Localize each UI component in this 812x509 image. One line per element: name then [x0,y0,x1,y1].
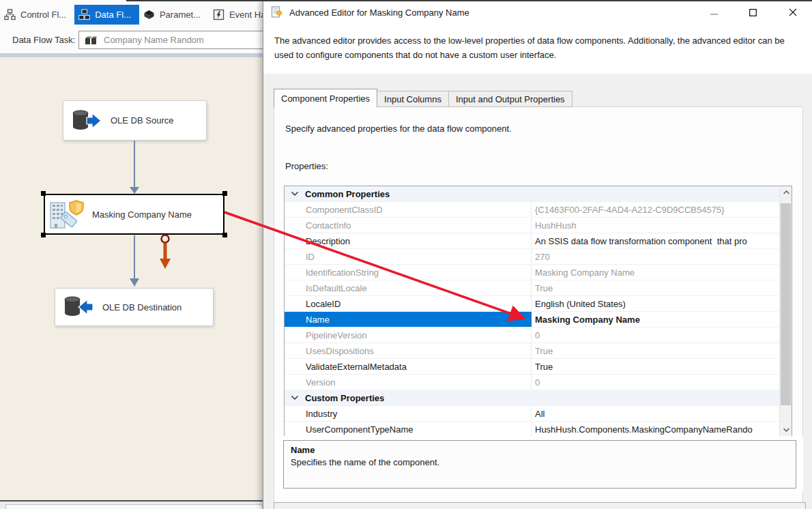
property-row-Industry[interactable]: IndustryAll [285,406,780,422]
node-ole-db-destination[interactable]: OLE DB Destination [55,288,214,326]
category-label: Common Properties [305,189,390,199]
property-grid-rows: Common PropertiesComponentClassID{C1463F… [285,186,780,437]
tab-label: Control Fl... [20,10,66,20]
property-name: LocaleID [285,296,532,311]
property-name: IsDefaultLocale [285,280,532,295]
close-icon [789,8,797,16]
node-label: Masking Company Name [92,209,192,220]
close-button[interactable] [779,3,807,22]
tab-component-properties[interactable]: Component Properties [274,89,377,107]
maximize-button[interactable] [738,3,767,22]
property-row-LocaleID[interactable]: LocaleIDEnglish (United States) [285,296,780,312]
property-name: ID [285,249,532,264]
tab-input-output-properties[interactable]: Input and Output Properties [449,91,572,107]
property-value[interactable]: An SSIS data flow transformation compone… [532,233,780,248]
parameters-icon [143,9,155,20]
property-row-PipelineVersion[interactable]: PipelineVersion0 [285,328,780,343]
category-row-common-properties[interactable]: Common Properties [285,186,780,202]
advanced-editor-dialog: Advanced Editor for Masking Company Name… [263,0,812,509]
property-name: Name [285,312,532,327]
selection-handle-bottom-right[interactable] [222,233,227,237]
dialog-bottom-groupbox [274,502,806,509]
tab-control-flow[interactable]: Control Fl... [0,5,74,25]
property-value[interactable]: HushHush.Components.MaskingCompanyNameRa… [532,422,780,437]
property-value[interactable]: 270 [532,249,780,264]
data-flow-task-icon [85,35,97,45]
property-row-IdentificationString[interactable]: IdentificationStringMasking Company Name [285,265,780,280]
node-masking-company-name[interactable]: Masking Company Name [44,194,224,235]
property-name: Description [285,233,532,248]
data-flow-icon [78,9,90,20]
data-flow-task-combobox[interactable]: Company Name Random [78,31,263,49]
database-destination-icon [63,295,93,319]
minimize-button[interactable] [699,3,728,22]
tab-input-columns[interactable]: Input Columns [377,91,449,107]
property-value[interactable]: HushHush [532,218,780,233]
dialog-tab-strip: Component Properties Input Columns Input… [274,89,572,107]
property-row-IsDefaultLocale[interactable]: IsDefaultLocaleTrue [285,280,780,296]
data-flow-task-value: Company Name Random [104,35,204,45]
data-flow-task-label: Data Flow Task: [12,35,75,45]
property-name: ComponentClassID [285,202,532,217]
help-property-name: Name [291,445,789,455]
connection-managers-strip [0,501,263,509]
property-value[interactable]: True [532,280,780,295]
property-value[interactable]: All [532,406,780,421]
scrollbar-thumb[interactable] [781,203,791,405]
data-flow-canvas[interactable]: OLE DB Source [0,57,263,500]
property-name: UsesDispositions [285,343,532,358]
selection-handle-top-right[interactable] [222,191,227,196]
category-row-custom-properties[interactable]: Custom Properties [285,390,780,406]
property-row-UsesDispositions[interactable]: UsesDispositionsTrue [285,343,780,359]
property-value[interactable]: Masking Company Name [532,265,780,280]
dialog-header: The advanced editor provides access to t… [263,25,812,74]
property-value[interactable]: True [532,359,780,374]
property-row-Name[interactable]: NameMasking Company Name [285,312,780,328]
property-value[interactable]: True [532,343,780,358]
connection-managers-panel-edge [5,504,263,509]
category-label: Custom Properties [305,393,384,403]
node-label: OLE DB Source [111,115,174,126]
collapse-chevron-icon[interactable] [291,190,299,198]
property-grid[interactable]: Common PropertiesComponentClassID{C1463F… [284,186,792,437]
dialog-titlebar[interactable]: Advanced Editor for Masking Company Name [263,0,812,25]
tab-event-handlers[interactable]: Event Hand [209,5,263,25]
property-value[interactable]: 0 [532,328,780,343]
property-row-ContactInfo[interactable]: ContactInfoHushHush [285,218,780,233]
masking-component-icon [49,199,85,230]
window-top-border [126,0,812,1]
property-row-Description[interactable]: DescriptionAn SSIS data flow transformat… [285,233,780,249]
tab-label: Input Columns [384,94,441,104]
selection-handle-top-left[interactable] [41,191,46,196]
tab-parameters[interactable]: Paramet... [139,5,209,25]
property-row-UserComponentTypeName[interactable]: UserComponentTypeNameHushHush.Components… [285,422,780,437]
property-value[interactable]: {C1463F00-2FAF-4AD4-A212-C9D9CCB54575} [532,202,780,217]
property-value[interactable]: English (United States) [532,296,780,311]
property-row-ValidateExternalMetadata[interactable]: ValidateExternalMetadataTrue [285,359,780,375]
grid-scrollbar[interactable] [779,186,792,436]
tab-label: Component Properties [281,93,370,104]
maximize-icon [749,9,757,16]
property-row-Version[interactable]: Version0 [285,375,780,390]
properties-label: Properties: [285,161,328,171]
property-value[interactable]: 0 [532,375,780,390]
minimize-icon [710,9,718,16]
node-ole-db-source[interactable]: OLE DB Source [63,100,207,141]
collapse-chevron-icon[interactable] [291,394,299,402]
dialog-icon [271,6,283,18]
scroll-up-button[interactable] [780,186,792,199]
dialog-description: The advanced editor provides access to t… [274,33,801,62]
chevron-down-icon [783,428,789,432]
tab-label: Paramet... [160,10,201,20]
property-name: IdentificationString [285,265,532,280]
property-value[interactable]: Masking Company Name [532,312,780,327]
database-source-icon [72,109,102,132]
property-row-ID[interactable]: ID270 [285,249,780,265]
scroll-down-button[interactable] [780,424,792,436]
property-row-ComponentClassID[interactable]: ComponentClassID{C1463F00-2FAF-4AD4-A212… [285,202,780,218]
tab-data-flow[interactable]: Data Fl... [74,5,139,25]
selection-handle-bottom-left[interactable] [41,233,46,237]
tab-label: Input and Output Properties [456,94,565,104]
property-name: ValidateExternalMetadata [285,359,532,374]
chevron-up-icon [783,190,789,194]
